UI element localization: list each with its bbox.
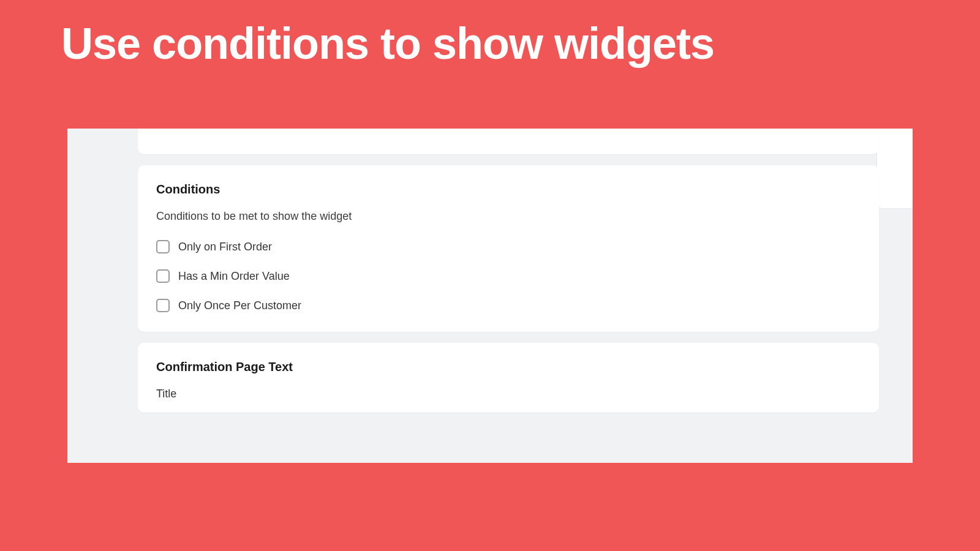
checkbox-label: Has a Min Order Value bbox=[178, 270, 290, 283]
confirmation-text-card: Confirmation Page Text Title bbox=[138, 343, 879, 413]
title-field-label: Title bbox=[156, 388, 861, 400]
checkbox-once-per-customer[interactable] bbox=[156, 299, 170, 312]
checkbox-label: Only on First Order bbox=[178, 241, 272, 253]
checkbox-label: Only Once Per Customer bbox=[178, 299, 301, 312]
adjacent-card-sliver bbox=[877, 129, 913, 208]
conditions-heading: Conditions bbox=[156, 182, 861, 197]
checkbox-first-order[interactable] bbox=[156, 240, 170, 253]
checkbox-min-order-value[interactable] bbox=[156, 269, 170, 283]
conditions-subtext: Conditions to be met to show the widget bbox=[156, 210, 861, 223]
settings-panel-area: Conditions Conditions to be met to show … bbox=[67, 129, 913, 463]
condition-row: Only Once Per Customer bbox=[156, 299, 861, 312]
page-headline: Use conditions to show widgets bbox=[0, 0, 980, 69]
condition-row: Only on First Order bbox=[156, 240, 861, 253]
condition-row: Has a Min Order Value bbox=[156, 269, 861, 283]
conditions-card: Conditions Conditions to be met to show … bbox=[138, 165, 879, 332]
confirmation-heading: Confirmation Page Text bbox=[156, 360, 861, 374]
previous-card-sliver bbox=[138, 129, 879, 154]
